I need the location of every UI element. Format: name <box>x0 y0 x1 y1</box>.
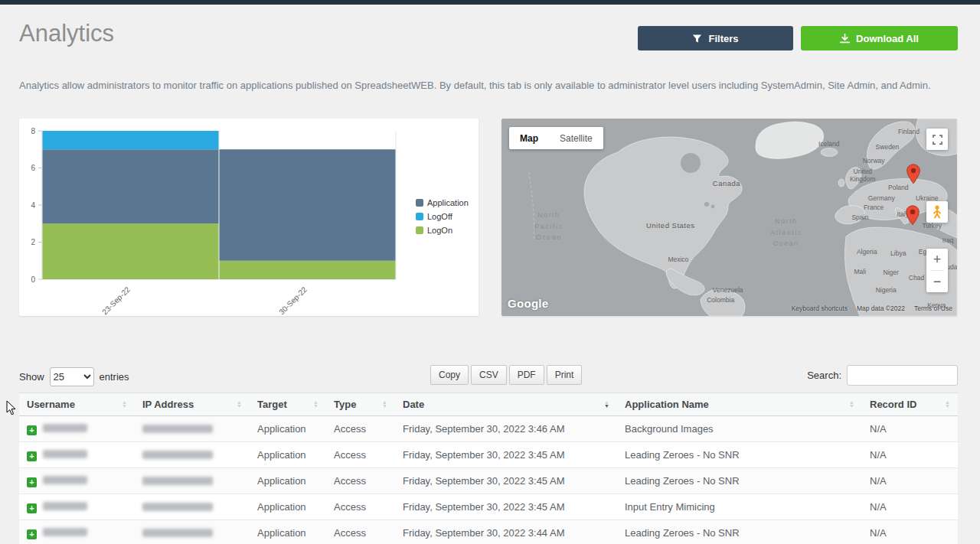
svg-text:30-Sep-22: 30-Sep-22 <box>277 285 309 316</box>
export-buttons: CopyCSVPDFPrint <box>430 365 582 385</box>
target-cell: Application <box>250 468 326 494</box>
top-strip <box>0 0 980 5</box>
entries-label: entries <box>100 371 129 383</box>
legend-swatch <box>416 226 423 234</box>
target-cell: Application <box>250 494 326 520</box>
expand-row-button[interactable]: + <box>27 477 37 487</box>
show-label: Show <box>19 371 44 383</box>
filters-button[interactable]: Filters <box>638 26 793 50</box>
type-cell: Access <box>326 442 395 468</box>
satellite-view-button[interactable]: Satellite <box>549 127 603 149</box>
svg-text:8: 8 <box>31 127 35 135</box>
column-header-ip-address[interactable]: IP Address▲▼ <box>135 393 250 416</box>
masked-username <box>43 424 87 432</box>
zoom-in-button[interactable]: + <box>926 249 948 270</box>
column-label: IP Address <box>142 399 194 410</box>
table-row[interactable]: +ApplicationAccessFriday, September 30, … <box>19 468 958 494</box>
mouse-cursor <box>6 400 17 416</box>
chart-legend: ApplicationLogOffLogOn <box>416 198 469 235</box>
legend-label: LogOn <box>427 226 452 235</box>
expand-row-button[interactable]: + <box>27 425 37 435</box>
masked-ip-address <box>142 503 213 511</box>
table-row[interactable]: +ApplicationAccessFriday, September 30, … <box>19 416 958 442</box>
target-cell: Application <box>250 442 326 468</box>
column-label: Application Name <box>625 399 709 410</box>
page-description: Analytics allow administrators to monito… <box>19 80 946 91</box>
record-id-cell: N/A <box>862 494 958 520</box>
type-cell: Access <box>326 520 395 544</box>
sort-icon: ▲▼ <box>849 401 854 407</box>
legend-label: LogOff <box>427 212 452 221</box>
map-attribution-item[interactable]: Terms of Use <box>914 305 952 312</box>
svg-text:4: 4 <box>31 201 35 210</box>
application-name-cell: Background Images <box>617 416 862 442</box>
type-cell: Access <box>326 494 395 520</box>
column-header-username[interactable]: Username▲▼ <box>19 393 135 416</box>
column-header-date[interactable]: Date▲▼ <box>395 393 617 416</box>
pegman-icon <box>931 205 943 219</box>
map-attribution-item[interactable]: Map data ©2022 <box>857 305 905 312</box>
application-name-cell: Leading Zeroes - No SNR <box>617 442 862 468</box>
column-label: Type <box>334 399 356 410</box>
page-size-control: Show 25 entries <box>19 367 129 386</box>
expand-row-button[interactable]: + <box>27 529 37 539</box>
date-cell: Friday, September 30, 2022 3:46 AM <box>395 416 617 442</box>
map-type-switcher: Map Satellite <box>509 127 603 149</box>
pegman-control[interactable] <box>926 201 948 223</box>
masked-username <box>43 450 87 458</box>
search-control: Search: <box>807 365 958 386</box>
map-attribution-item[interactable]: Keyboard shortcuts <box>792 305 848 312</box>
map-view-button[interactable]: Map <box>509 127 549 149</box>
table-row[interactable]: +ApplicationAccessFriday, September 30, … <box>19 494 958 520</box>
svg-text:23-Sep-22: 23-Sep-22 <box>100 285 132 316</box>
legend-swatch <box>416 213 423 220</box>
column-header-application-name[interactable]: Application Name▲▼ <box>617 393 862 416</box>
search-label: Search: <box>807 370 841 381</box>
type-cell: Access <box>326 416 395 442</box>
download-all-button-label: Download All <box>856 33 919 44</box>
export-print-button[interactable]: Print <box>547 365 583 385</box>
analytics-table: Username▲▼IP Address▲▼Target▲▼Type▲▼Date… <box>19 393 958 544</box>
activity-chart-card: 0246823-Sep-2230-Sep-22 ApplicationLogOf… <box>19 119 479 316</box>
column-header-type[interactable]: Type▲▼ <box>326 393 395 416</box>
table-row[interactable]: +ApplicationAccessFriday, September 30, … <box>19 442 958 468</box>
application-name-cell: Leading Zeroes - No SNR <box>617 520 862 544</box>
masked-username <box>43 476 87 484</box>
fullscreen-button[interactable] <box>926 129 948 150</box>
target-cell: Application <box>250 416 326 442</box>
page-size-select[interactable]: 25 <box>50 367 94 386</box>
sort-icon: ▲▼ <box>945 401 950 407</box>
record-id-cell: N/A <box>862 416 958 442</box>
map-pin-icon[interactable] <box>905 205 920 226</box>
export-copy-button[interactable]: Copy <box>430 365 469 385</box>
stacked-bar-chart: 0246823-Sep-2230-Sep-22 <box>19 119 479 316</box>
zoom-out-button[interactable]: − <box>926 271 948 292</box>
table-row[interactable]: +ApplicationAccessFriday, September 30, … <box>19 520 958 544</box>
record-id-cell: N/A <box>862 468 958 494</box>
export-csv-button[interactable]: CSV <box>471 365 507 385</box>
sort-icon: ▲▼ <box>313 401 318 407</box>
column-label: Record ID <box>870 399 916 410</box>
masked-username <box>43 528 87 536</box>
type-cell: Access <box>326 468 395 494</box>
column-label: Date <box>403 399 424 410</box>
column-header-target[interactable]: Target▲▼ <box>250 393 326 416</box>
sort-icon: ▲▼ <box>237 401 242 407</box>
expand-row-button[interactable]: + <box>27 503 37 513</box>
expand-row-button[interactable]: + <box>27 451 37 461</box>
map-pin-icon[interactable] <box>906 164 920 184</box>
search-input[interactable] <box>847 365 958 386</box>
download-icon <box>840 34 850 44</box>
svg-text:2: 2 <box>31 238 35 246</box>
legend-item[interactable]: LogOff <box>416 212 469 221</box>
svg-text:6: 6 <box>31 164 35 172</box>
export-pdf-button[interactable]: PDF <box>509 365 544 385</box>
download-all-button[interactable]: Download All <box>801 26 958 50</box>
legend-item[interactable]: LogOn <box>416 226 469 235</box>
sort-icon: ▲▼ <box>122 401 127 407</box>
map-attribution: Keyboard shortcutsMap data ©2022Terms of… <box>792 305 952 312</box>
column-header-record-id[interactable]: Record ID▲▼ <box>862 393 958 416</box>
masked-ip-address <box>142 425 213 433</box>
legend-item[interactable]: Application <box>416 198 469 207</box>
record-id-cell: N/A <box>862 520 958 544</box>
